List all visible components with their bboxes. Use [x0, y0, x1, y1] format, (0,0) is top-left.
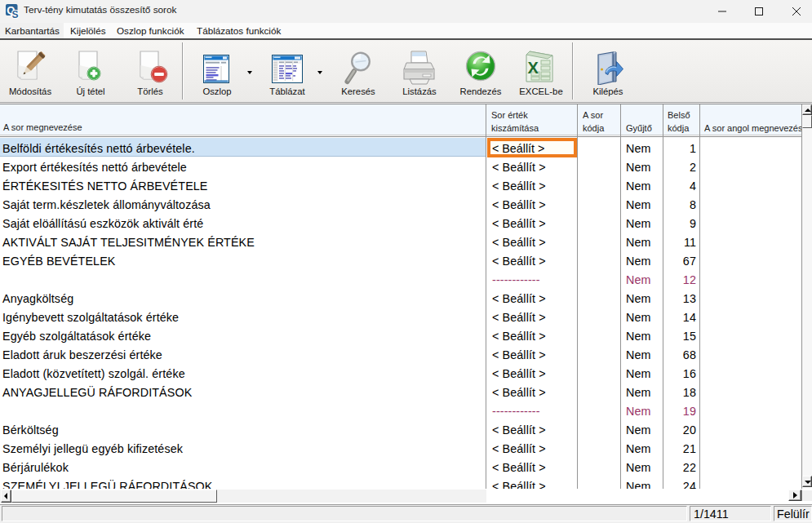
svg-text:S: S [12, 9, 19, 20]
svg-text:X: X [528, 59, 539, 77]
